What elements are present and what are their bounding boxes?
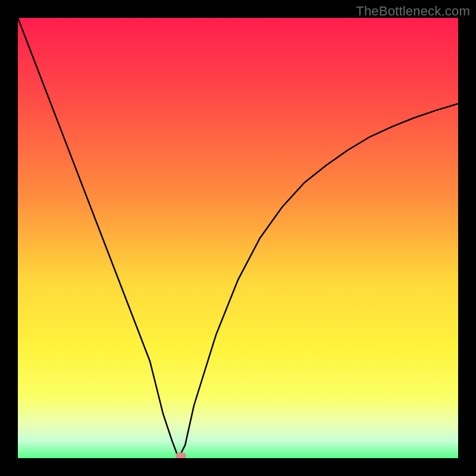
chart-frame: TheBottleneck.com xyxy=(0,0,476,476)
optimum-marker xyxy=(176,453,186,459)
plot-area xyxy=(18,18,458,458)
plot-svg xyxy=(18,18,458,458)
watermark-text: TheBottleneck.com xyxy=(356,4,470,19)
gradient-background xyxy=(18,18,458,458)
